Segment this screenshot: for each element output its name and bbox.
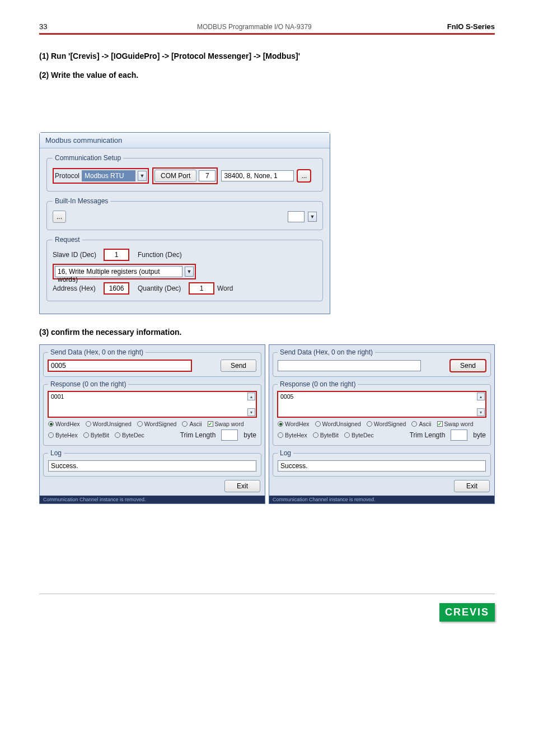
radio-bytebit-r[interactable]: ByteBit xyxy=(313,432,339,438)
trim-length-input-r[interactable] xyxy=(451,430,467,441)
radio-wordunsigned[interactable]: WordUnsigned xyxy=(86,421,132,427)
response-text-right[interactable]: 0005 ▴ ▾ xyxy=(278,391,486,417)
trim-length-label: Trim Length xyxy=(180,431,216,439)
radio-bytehex-r[interactable]: ByteHex xyxy=(278,432,307,438)
radio-bytedec-r[interactable]: ByteDec xyxy=(344,432,374,438)
step-1-text: (1) Run '[Crevis] -> [IOGuidePro] -> [Pr… xyxy=(39,52,495,60)
status-bar-left: Communication Channel instance is remove… xyxy=(40,496,265,503)
send-data-input-right[interactable] xyxy=(278,360,421,371)
slave-id-label: Slave ID (Dec) xyxy=(53,251,101,259)
send-legend-right: Send Data (Hex, 0 on the right) xyxy=(278,348,375,356)
radio-bytebit[interactable]: ByteBit xyxy=(83,432,109,438)
quantity-input[interactable]: 1 xyxy=(189,283,214,294)
radio-wordhex-r[interactable]: WordHex xyxy=(278,421,310,427)
trim-length-input[interactable] xyxy=(221,430,238,441)
address-label: Address (Hex) xyxy=(53,284,101,292)
serial-params-field: 38400, 8, None, 1 xyxy=(221,170,294,181)
radio-wordunsigned-r[interactable]: WordUnsigned xyxy=(315,421,361,427)
function-label: Function (Dec) xyxy=(138,251,182,259)
response-legend-left: Response (0 on the right) xyxy=(48,380,128,388)
send-legend-left: Send Data (Hex, 0 on the right) xyxy=(48,348,146,356)
builtin-more-button[interactable]: ... xyxy=(53,211,66,223)
send-button-left[interactable]: Send xyxy=(221,360,256,372)
trim-unit-r: byte xyxy=(473,431,486,439)
radio-bytedec[interactable]: ByteDec xyxy=(115,432,144,438)
exit-button-left[interactable]: Exit xyxy=(224,480,260,492)
check-swapword-r[interactable]: Swap word xyxy=(437,421,474,427)
builtin-legend: Built-In Messages xyxy=(53,197,110,205)
builtin-messages-group: Built-In Messages ... ▼ xyxy=(46,197,323,230)
response-legend-right: Response (0 on the right) xyxy=(278,380,358,388)
function-select[interactable]: 16, Write Multiple registers (output wor… xyxy=(55,266,182,277)
comm-setup-legend: Communication Setup xyxy=(53,154,123,162)
radio-wordhex[interactable]: WordHex xyxy=(48,421,80,427)
trim-unit: byte xyxy=(243,431,256,439)
scroll-up-icon[interactable]: ▴ xyxy=(247,393,255,400)
status-bar-right: Communication Channel instance is remove… xyxy=(269,496,494,503)
doc-title: MODBUS Programmable I/O NA-9379 xyxy=(62,23,447,31)
radio-wordsigned-r[interactable]: WordSigned xyxy=(367,421,406,427)
send-data-input-left[interactable]: 0005 xyxy=(48,360,191,371)
log-legend-right: Log xyxy=(278,449,293,457)
quantity-label: Quantity (Dec) xyxy=(138,284,186,292)
communication-setup-group: Communication Setup Protocol Modbus RTU … xyxy=(46,154,323,192)
comm-more-button[interactable]: ... xyxy=(297,170,311,182)
window-title: Modbus communication xyxy=(40,133,330,148)
step-3-text: (3) confirm the necessary information. xyxy=(39,328,495,337)
send-button-right[interactable]: Send xyxy=(450,360,486,372)
page-number: 33 xyxy=(39,22,62,31)
request-legend: Request xyxy=(53,236,82,244)
scroll-down-icon[interactable]: ▾ xyxy=(477,408,485,416)
builtin-dropdown-icon[interactable]: ▼ xyxy=(308,212,317,222)
radio-bytehex[interactable]: ByteHex xyxy=(48,432,78,438)
series-label: FnIO S-Series xyxy=(447,22,495,31)
comport-button[interactable]: COM Port xyxy=(154,170,196,182)
request-group: Request Slave ID (Dec) 1 Function (Dec) … xyxy=(46,236,323,301)
radio-wordsigned[interactable]: WordSigned xyxy=(137,421,177,427)
radio-ascii-r[interactable]: Ascii xyxy=(411,421,431,427)
log-legend-left: Log xyxy=(48,449,64,457)
crevis-logo: CREVIS xyxy=(439,603,495,622)
scroll-down-icon[interactable]: ▾ xyxy=(247,408,255,416)
protocol-dropdown-icon[interactable]: ▼ xyxy=(138,171,147,181)
comport-value[interactable]: 7 xyxy=(199,170,216,181)
protocol-label: Protocol xyxy=(55,172,79,180)
function-dropdown-icon[interactable]: ▼ xyxy=(185,267,194,277)
response-text-left[interactable]: 0001 ▴ ▾ xyxy=(48,391,256,417)
address-input[interactable]: 1606 xyxy=(104,283,129,294)
modbus-comm-window: Modbus communication Communication Setup… xyxy=(39,132,330,314)
slave-id-input[interactable]: 1 xyxy=(104,249,129,260)
log-text-left: Success. xyxy=(48,460,256,472)
send-dialog-right: Send Data (Hex, 0 on the right) Send Res… xyxy=(269,344,495,504)
check-swapword[interactable]: Swap word xyxy=(208,421,244,427)
trim-length-label-r: Trim Length xyxy=(410,431,446,439)
radio-ascii[interactable]: Ascii xyxy=(182,421,202,427)
footer-rule xyxy=(39,594,495,594)
log-text-right: Success. xyxy=(278,460,486,472)
scroll-up-icon[interactable]: ▴ xyxy=(477,393,485,400)
exit-button-right[interactable]: Exit xyxy=(454,480,490,492)
step-2-text: (2) Write the value of each. xyxy=(39,71,495,80)
header-rule xyxy=(39,33,495,35)
protocol-select[interactable]: Modbus RTU xyxy=(82,170,135,181)
send-dialog-left: Send Data (Hex, 0 on the right) 0005 Sen… xyxy=(39,344,265,504)
quantity-unit: Word xyxy=(217,284,233,292)
